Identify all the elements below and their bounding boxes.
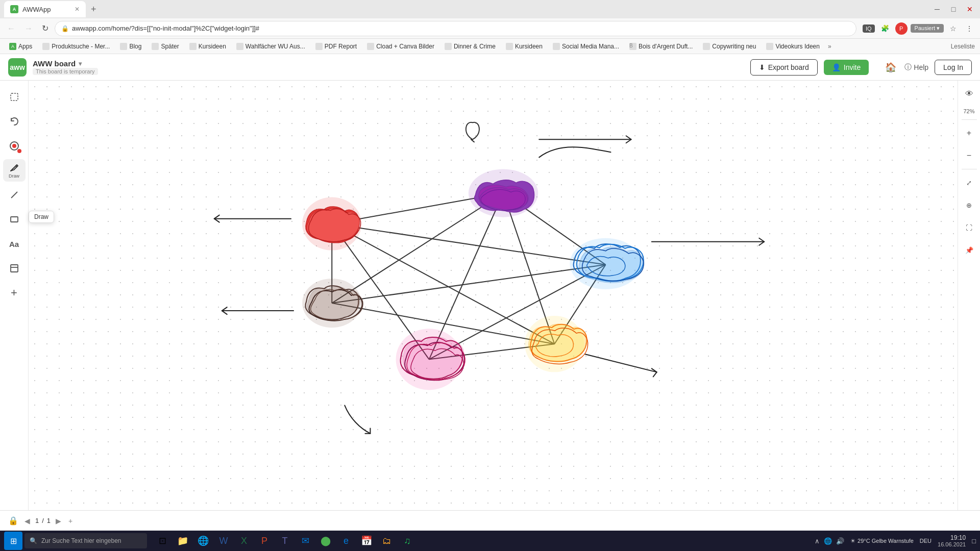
canvas-area[interactable] xyxy=(29,81,958,510)
draw-tooltip: Draw xyxy=(29,211,54,223)
bookmark-kursideen2[interactable]: Kursideen xyxy=(502,42,547,51)
minimize-btn[interactable]: ─ xyxy=(931,3,943,15)
bookmark-cload[interactable]: Cload + Canva Bilder xyxy=(363,42,438,51)
notification-icon[interactable]: □ xyxy=(972,537,976,545)
yellow-node[interactable] xyxy=(525,316,588,372)
bookmark-blog[interactable]: Blog xyxy=(116,42,145,51)
line-tool-btn[interactable] xyxy=(3,184,26,206)
forward-button[interactable]: → xyxy=(21,22,36,35)
bookmark-copy[interactable]: Copywriting neu xyxy=(699,42,760,51)
zoom-out-btn[interactable]: − xyxy=(960,146,978,165)
svg-line-9 xyxy=(585,354,656,372)
login-button[interactable]: Log In xyxy=(935,60,972,75)
taskbar-app-word[interactable]: W xyxy=(214,532,233,550)
taskbar-weather[interactable]: ☀ 29°C Gelbe Warnstufe xyxy=(850,538,914,544)
taskbar-app-powerpoint[interactable]: P xyxy=(255,532,274,550)
svg-rect-2 xyxy=(11,217,18,222)
taskbar-system-icons: ∧ 🌐 🔊 xyxy=(815,537,844,545)
select-tool-btn[interactable] xyxy=(3,86,26,108)
pin-btn[interactable]: 📌 xyxy=(960,241,978,259)
zoom-divider xyxy=(962,119,977,120)
refresh-button[interactable]: ↻ xyxy=(39,21,52,35)
network-icon[interactable]: 🌐 xyxy=(824,537,832,545)
bookmark-spaeter[interactable]: Später xyxy=(148,42,183,51)
bookmark-videokurs[interactable]: Videokurs Ideen xyxy=(762,42,824,51)
address-bar[interactable]: 🔒 awwapp.com/home/?dis=[["no-init-modal"… xyxy=(55,21,856,36)
maximize-btn[interactable]: □ xyxy=(947,3,960,15)
next-page-btn[interactable]: ▶ xyxy=(54,516,63,526)
fit-screen-btn[interactable]: ⤢ xyxy=(960,173,978,192)
zoom-in-btn[interactable]: + xyxy=(960,124,978,142)
cload-icon xyxy=(367,43,374,50)
note-tool-btn[interactable] xyxy=(3,257,26,280)
new-tab-button[interactable]: + xyxy=(88,4,100,15)
bois-icon: B xyxy=(629,43,636,50)
bookmark-dinner[interactable]: Dinner & Crime xyxy=(440,42,500,51)
profile-btn[interactable]: P xyxy=(895,22,908,35)
taskbar-app-edge2[interactable]: e xyxy=(337,532,355,550)
bookmark-kursideen1[interactable]: Kursideen xyxy=(185,42,230,51)
close-btn[interactable]: ✕ xyxy=(964,3,976,15)
bookmark-wahlf[interactable]: Wahlfächer WU Aus... xyxy=(232,42,309,51)
taskbar-app-mail[interactable]: ✉ xyxy=(296,532,314,550)
chevron-up-icon[interactable]: ∧ xyxy=(815,537,820,545)
taskbar-app-edge[interactable]: 🌐 xyxy=(194,532,212,550)
taskbar-app-spotify[interactable]: ♫ xyxy=(398,532,416,550)
taskbar-clock[interactable]: 19:10 16.06.2021 xyxy=(938,534,966,547)
back-button[interactable]: ← xyxy=(4,22,18,35)
taskbar-app-task-view[interactable]: ⊡ xyxy=(153,532,172,550)
visibility-toggle-btn[interactable]: 👁 xyxy=(960,85,978,103)
taskbar-search[interactable]: 🔍 Zur Suche Text hier eingeben xyxy=(24,533,147,548)
volume-icon[interactable]: 🔊 xyxy=(836,537,844,545)
tab-bar: A AWWApp ✕ + ─ □ ✕ xyxy=(0,0,980,18)
download-icon: ⬇ xyxy=(759,63,765,71)
add-page-btn[interactable]: + xyxy=(66,516,75,526)
bookmark-apps[interactable]: A Apps xyxy=(5,42,36,51)
prev-page-btn[interactable]: ◀ xyxy=(22,516,32,526)
taskbar-app-excel[interactable]: X xyxy=(235,532,253,550)
page-navigation: ◀ 1 / 1 ▶ + xyxy=(22,516,75,526)
extensions-btn[interactable]: 🧩 xyxy=(878,22,892,34)
invite-button[interactable]: 👤 Invite xyxy=(824,60,869,75)
taskbar-lang: DEU xyxy=(920,538,932,544)
taskbar-app-explorer[interactable]: 🗂 xyxy=(378,532,396,550)
text-tool-btn[interactable]: Aa xyxy=(3,233,26,255)
bookmark-social[interactable]: Social Media Mana... xyxy=(549,42,623,51)
taskbar-app-chrome[interactable]: ⬤ xyxy=(316,532,335,550)
taskbar-app-teams[interactable]: T xyxy=(276,532,294,550)
pink-node[interactable] xyxy=(396,329,465,390)
home-button[interactable]: 🏠 xyxy=(883,60,898,75)
taskbar-app-files[interactable]: 📁 xyxy=(174,532,192,550)
shape-tool-btn[interactable] xyxy=(3,208,26,231)
app-area: aww AWW board ▾ This board is temporary … xyxy=(0,54,980,531)
person-add-icon: 👤 xyxy=(832,63,841,71)
active-tab[interactable]: A AWWApp ✕ xyxy=(4,1,86,17)
star-btn[interactable]: ☆ xyxy=(947,22,960,35)
reading-mode-btn[interactable]: Leseliste xyxy=(951,43,975,50)
start-button[interactable]: ⊞ xyxy=(4,532,22,550)
export-board-button[interactable]: ⬇ Export board xyxy=(750,59,818,76)
red-node[interactable] xyxy=(302,197,361,251)
purple-node[interactable] xyxy=(469,169,538,217)
bookmark-pdf[interactable]: PDF Report xyxy=(311,42,361,51)
board-name[interactable]: AWW board ▾ xyxy=(33,59,98,68)
main-area: Draw Draw Aa xyxy=(0,81,980,510)
eraser-tool-btn[interactable] xyxy=(3,135,26,157)
center-btn[interactable]: ⊕ xyxy=(960,196,978,214)
iq-badge[interactable]: IQ xyxy=(863,24,875,33)
help-button[interactable]: ⓘ Help xyxy=(904,63,928,72)
draw-label: Draw xyxy=(9,173,19,179)
blue-node[interactable] xyxy=(570,238,644,289)
undo-tool-btn[interactable] xyxy=(3,110,26,133)
taskbar-app-calendar[interactable]: 📅 xyxy=(357,532,376,550)
fullscreen-btn[interactable]: ⛶ xyxy=(960,218,978,237)
pause-btn[interactable]: Pausiert ▾ xyxy=(911,24,944,33)
bookmark-bois[interactable]: B Bois d'Argent Duft... xyxy=(625,42,697,51)
tab-close-btn[interactable]: ✕ xyxy=(75,6,80,13)
brown-node[interactable] xyxy=(302,279,363,328)
menu-btn[interactable]: ⋮ xyxy=(963,22,976,35)
bookmark-produktsuche[interactable]: Produktsuche - Mer... xyxy=(38,42,114,51)
add-tool-btn[interactable]: + xyxy=(3,282,26,304)
more-bookmarks-btn[interactable]: » xyxy=(828,43,831,50)
draw-tool-btn[interactable]: Draw xyxy=(3,159,26,182)
